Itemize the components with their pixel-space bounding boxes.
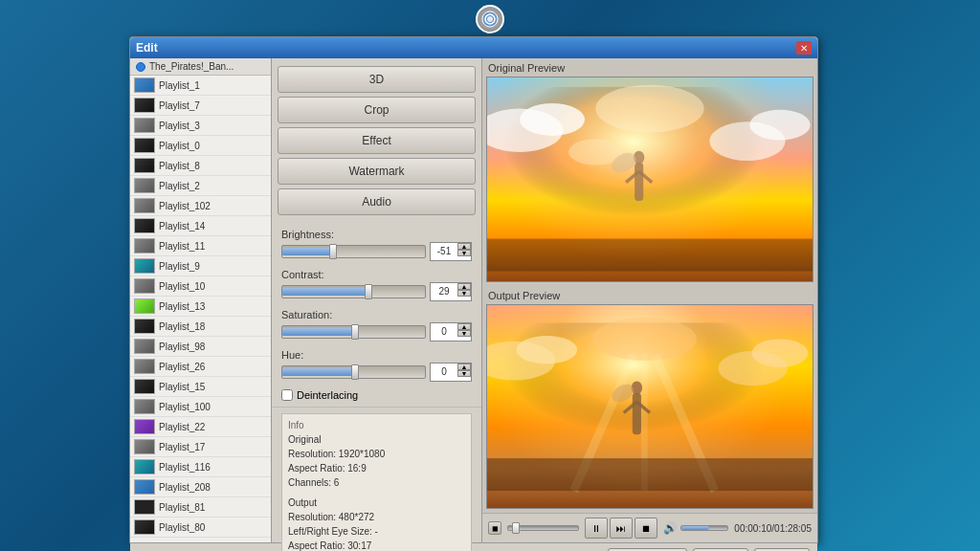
playlist-item[interactable]: Playlist_22 xyxy=(130,417,271,437)
output-preview-section: Output Preview xyxy=(482,286,817,514)
playlist-item[interactable]: Playlist_116 xyxy=(130,457,271,477)
tab-crop[interactable]: Crop xyxy=(278,97,476,123)
svg-point-7 xyxy=(595,85,703,133)
playlist-item-name: Playlist_80 xyxy=(159,522,205,533)
playlist-item[interactable]: Playlist_208 xyxy=(130,477,271,497)
volume-track[interactable] xyxy=(680,525,728,531)
pause-button[interactable]: ⏸ xyxy=(585,518,608,539)
playlist-item[interactable]: Playlist_8 xyxy=(130,156,271,176)
playlist-thumb xyxy=(134,298,155,314)
playlist-item-name: Playlist_116 xyxy=(159,462,211,473)
contrast-spin-buttons: ▲ ▼ xyxy=(457,283,471,300)
contrast-label: Contrast: xyxy=(281,269,472,280)
playlist-item[interactable]: Playlist_81 xyxy=(130,497,271,518)
playlist-item-name: Playlist_0 xyxy=(159,141,200,151)
playlist-item-name: Playlist_3 xyxy=(159,121,200,131)
playback-time: 00:00:10/01:28:05 xyxy=(734,523,812,534)
saturation-down[interactable]: ▼ xyxy=(457,330,471,337)
contrast-up[interactable]: ▲ xyxy=(457,283,471,290)
playlist-thumb xyxy=(134,519,155,535)
playlist-item[interactable]: Playlist_98 xyxy=(130,337,271,357)
hue-spinbox[interactable]: 0 ▲ ▼ xyxy=(430,363,472,382)
playlist-thumb xyxy=(134,359,155,374)
playlist-dot xyxy=(136,62,145,72)
playlist-header-name: The_Pirates!_Ban... xyxy=(149,61,234,72)
playlist-thumb xyxy=(134,278,155,294)
playlist-item[interactable]: Playlist_26 xyxy=(130,357,271,377)
stop-button[interactable]: ⏹ xyxy=(635,518,657,539)
svg-rect-10 xyxy=(635,163,643,201)
playlist-thumb xyxy=(134,319,155,334)
contrast-slider[interactable] xyxy=(281,285,426,298)
tab-audio[interactable]: Audio xyxy=(278,188,476,215)
playlist-item[interactable]: Playlist_3 xyxy=(130,116,271,136)
playback-bar: ◼ ⏸ ⏭ ⏹ 🔊 00:00:10/01:28:05 xyxy=(482,513,817,542)
brightness-spin-buttons: ▲ ▼ xyxy=(457,243,471,260)
contrast-down[interactable]: ▼ xyxy=(457,290,471,297)
brightness-down[interactable]: ▼ xyxy=(457,250,471,256)
playlist-item-name: Playlist_26 xyxy=(159,362,205,372)
tab-effect[interactable]: Effect xyxy=(278,127,476,154)
brightness-slider[interactable] xyxy=(281,245,426,258)
window-title: Edit xyxy=(136,41,158,55)
next-frame-button[interactable]: ⏭ xyxy=(610,518,633,539)
volume-control: 🔊 xyxy=(663,521,728,535)
playlist-item[interactable]: Playlist_17 xyxy=(130,437,271,457)
playlist-item-name: Playlist_15 xyxy=(159,382,205,392)
brightness-spinbox[interactable]: -51 ▲ ▼ xyxy=(430,242,472,261)
saturation-up[interactable]: ▲ xyxy=(457,323,471,330)
playlist-thumb xyxy=(134,399,155,414)
playlist-item[interactable]: Playlist_11 xyxy=(130,236,271,256)
contrast-slider-row: 29 ▲ ▼ xyxy=(281,282,472,301)
controls-area: Brightness: -51 ▲ ▼ xyxy=(272,223,481,407)
playlist-item-name: Playlist_81 xyxy=(159,502,205,513)
hue-up[interactable]: ▲ xyxy=(457,364,471,370)
playback-indicator[interactable]: ◼ xyxy=(488,521,501,535)
playlist-item[interactable]: Playlist_2 xyxy=(130,176,271,196)
playlist-thumb xyxy=(134,419,155,434)
info-section: Info Original Resolution: 1920*1080 Aspe… xyxy=(272,407,481,551)
playlist-item-name: Playlist_18 xyxy=(159,321,205,332)
playlist-item[interactable]: Playlist_102 xyxy=(130,196,271,216)
output-preview-image xyxy=(486,304,813,510)
playlist-item[interactable]: Playlist_7 xyxy=(130,96,271,116)
playlist-item-name: Playlist_9 xyxy=(159,261,200,272)
window-body: The_Pirates!_Ban... Playlist_1 Playlist_… xyxy=(130,58,817,542)
playlist-item[interactable]: Playlist_1 xyxy=(130,76,271,96)
playlist-thumb xyxy=(134,499,155,515)
playlist-item-name: Playlist_100 xyxy=(159,402,211,412)
window-close-button[interactable]: ✕ xyxy=(796,41,812,55)
info-original-label: Original xyxy=(288,432,465,447)
playlist-item[interactable]: Playlist_15 xyxy=(130,377,271,397)
playlist-thumb xyxy=(134,339,155,354)
contrast-control: Contrast: 29 ▲ ▼ xyxy=(281,269,472,301)
playlist-item[interactable]: Playlist_13 xyxy=(130,297,271,317)
hue-slider[interactable] xyxy=(281,365,426,379)
hue-down[interactable]: ▼ xyxy=(457,370,471,377)
contrast-spinbox[interactable]: 29 ▲ ▼ xyxy=(430,282,472,301)
playlist-item[interactable]: Playlist_80 xyxy=(130,518,271,538)
playlist-item[interactable]: Playlist_14 xyxy=(130,216,271,236)
volume-icon: 🔊 xyxy=(663,521,678,535)
deinterlace-checkbox[interactable] xyxy=(281,389,293,401)
playlist-item[interactable]: Playlist_10 xyxy=(130,276,271,297)
playlist-thumb xyxy=(134,118,155,133)
playback-progress-track[interactable] xyxy=(507,525,579,531)
tab-3d[interactable]: 3D xyxy=(278,66,476,93)
saturation-slider[interactable] xyxy=(281,325,426,339)
playlist-header: The_Pirates!_Ban... xyxy=(130,58,271,76)
playlist-item-name: Playlist_22 xyxy=(159,422,205,432)
playlist-item-name: Playlist_208 xyxy=(159,482,211,493)
playlist-item[interactable]: Playlist_0 xyxy=(130,136,271,156)
brightness-up[interactable]: ▲ xyxy=(457,243,471,250)
playlist-thumb xyxy=(134,218,155,233)
tab-watermark[interactable]: Watermark xyxy=(278,158,476,185)
saturation-spinbox[interactable]: 0 ▲ ▼ xyxy=(430,322,472,342)
info-output-label: Output xyxy=(288,496,465,510)
hue-slider-row: 0 ▲ ▼ xyxy=(281,363,472,382)
playlist-item[interactable]: Playlist_18 xyxy=(130,317,271,337)
playlist-item[interactable]: Playlist_100 xyxy=(130,397,271,417)
contrast-value: 29 xyxy=(431,283,457,300)
svg-point-19 xyxy=(752,339,809,366)
playlist-item[interactable]: Playlist_9 xyxy=(130,256,271,276)
